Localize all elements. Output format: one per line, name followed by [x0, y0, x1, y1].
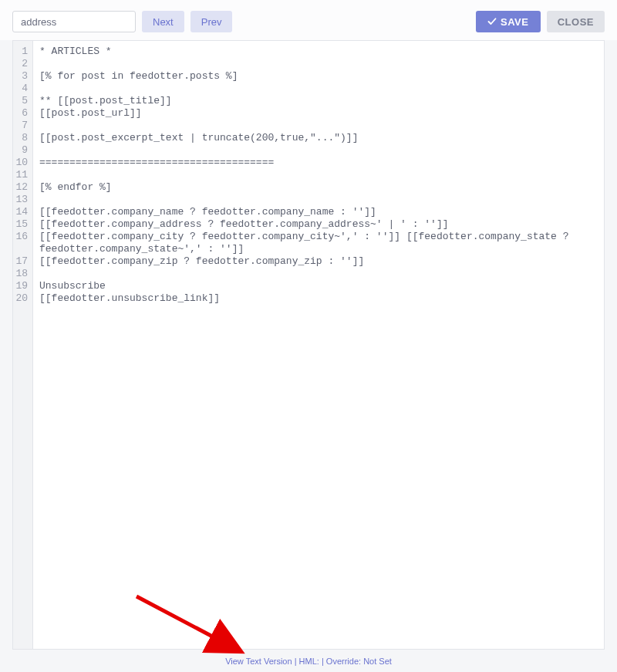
- save-label: SAVE: [501, 16, 528, 28]
- toolbar: Next Prev SAVE CLOSE: [0, 0, 617, 40]
- view-text-version-link[interactable]: View Text Version: [225, 657, 292, 666]
- line-number-gutter: 1234567891011121314151617181920: [13, 41, 33, 649]
- close-button[interactable]: CLOSE: [547, 11, 605, 32]
- code-editor[interactable]: 1234567891011121314151617181920 * ARTICL…: [12, 40, 605, 650]
- code-content[interactable]: * ARTICLES *[% for post in feedotter.pos…: [33, 41, 575, 649]
- override-link[interactable]: Override: Not Set: [326, 657, 392, 666]
- hml-link[interactable]: HML:: [299, 657, 319, 666]
- footer-links: View Text Version | HML: | Override: Not…: [0, 657, 617, 666]
- search-input[interactable]: [12, 11, 136, 32]
- next-button[interactable]: Next: [142, 11, 184, 32]
- check-icon: [487, 17, 497, 26]
- prev-button[interactable]: Prev: [190, 11, 233, 32]
- save-button[interactable]: SAVE: [476, 11, 541, 32]
